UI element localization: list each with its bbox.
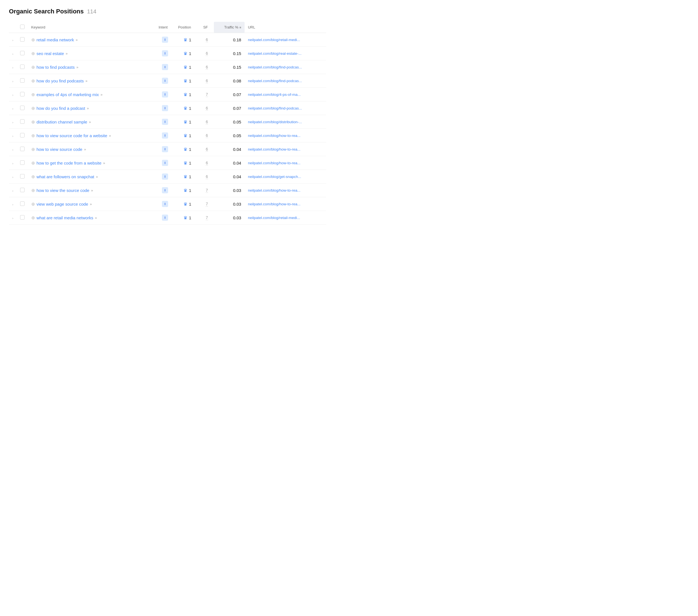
expand-icon[interactable]: › bbox=[12, 107, 13, 110]
keyword-text[interactable]: how to view the source code bbox=[37, 188, 89, 193]
row-checkbox[interactable] bbox=[20, 119, 25, 124]
keyword-plus-icon[interactable]: ⊕ bbox=[31, 160, 35, 166]
url-cell[interactable]: neilpatel.com/blog/retail-medi... bbox=[245, 211, 326, 224]
keyword-text[interactable]: seo real estate bbox=[37, 51, 64, 56]
expand-cell[interactable]: › bbox=[9, 142, 17, 156]
expand-cell[interactable]: › bbox=[9, 156, 17, 170]
url-text[interactable]: neilpatel.com/blog/how-to-rea... bbox=[248, 134, 301, 138]
keyword-plus-icon[interactable]: ⊕ bbox=[31, 78, 35, 83]
expand-icon[interactable]: › bbox=[12, 189, 13, 192]
keyword-plus-icon[interactable]: ⊕ bbox=[31, 215, 35, 220]
expand-icon[interactable]: › bbox=[12, 39, 13, 42]
keyword-plus-icon[interactable]: ⊕ bbox=[31, 65, 35, 70]
url-cell[interactable]: neilpatel.com/blog/find-podcas... bbox=[245, 60, 326, 74]
filter-icon[interactable]: ≡ bbox=[240, 26, 241, 29]
url-cell[interactable]: neilpatel.com/blog/how-to-rea... bbox=[245, 197, 326, 211]
expand-icon[interactable]: › bbox=[12, 176, 13, 179]
checkbox-cell[interactable] bbox=[17, 129, 28, 142]
expand-icon[interactable]: › bbox=[12, 134, 13, 138]
url-text[interactable]: neilpatel.com/blog/how-to-rea... bbox=[248, 188, 301, 192]
keyword-text[interactable]: what are followers on snapchat bbox=[37, 174, 94, 179]
row-checkbox[interactable] bbox=[20, 78, 25, 83]
keyword-text[interactable]: how to find podcasts bbox=[37, 65, 75, 70]
header-checkbox[interactable] bbox=[20, 25, 25, 29]
checkbox-cell[interactable] bbox=[17, 101, 28, 115]
th-checkbox[interactable] bbox=[17, 22, 28, 33]
url-cell[interactable]: neilpatel.com/blog/4-ps-of-ma... bbox=[245, 88, 326, 101]
keyword-text[interactable]: how to get the code from a website bbox=[37, 161, 102, 165]
expand-icon[interactable]: › bbox=[12, 52, 13, 56]
url-text[interactable]: neilpatel.com/blog/get-snapch... bbox=[248, 175, 301, 179]
checkbox-cell[interactable] bbox=[17, 33, 28, 47]
keyword-text[interactable]: examples of 4ps of marketing mix bbox=[37, 92, 99, 97]
keyword-plus-icon[interactable]: ⊕ bbox=[31, 188, 35, 193]
keyword-plus-icon[interactable]: ⊕ bbox=[31, 119, 35, 125]
row-checkbox[interactable] bbox=[20, 174, 25, 179]
expand-cell[interactable]: › bbox=[9, 129, 17, 142]
expand-cell[interactable]: › bbox=[9, 101, 17, 115]
expand-icon[interactable]: › bbox=[12, 121, 13, 124]
expand-cell[interactable]: › bbox=[9, 60, 17, 74]
row-checkbox[interactable] bbox=[20, 106, 25, 110]
url-text[interactable]: neilpatel.com/blog/retail-medi... bbox=[248, 38, 300, 42]
url-text[interactable]: neilpatel.com/blog/4-ps-of-ma... bbox=[248, 93, 301, 97]
url-text[interactable]: neilpatel.com/blog/distribution-... bbox=[248, 120, 302, 124]
checkbox-cell[interactable] bbox=[17, 47, 28, 60]
keyword-text[interactable]: how to view source code for a website bbox=[37, 133, 107, 138]
keyword-text[interactable]: distribution channel sample bbox=[37, 120, 87, 124]
checkbox-cell[interactable] bbox=[17, 60, 28, 74]
row-checkbox[interactable] bbox=[20, 147, 25, 151]
expand-cell[interactable]: › bbox=[9, 170, 17, 183]
url-cell[interactable]: neilpatel.com/blog/how-to-rea... bbox=[245, 142, 326, 156]
row-checkbox[interactable] bbox=[20, 65, 25, 69]
row-checkbox[interactable] bbox=[20, 215, 25, 220]
expand-cell[interactable]: › bbox=[9, 33, 17, 47]
keyword-plus-icon[interactable]: ⊕ bbox=[31, 51, 35, 56]
url-text[interactable]: neilpatel.com/blog/how-to-rea... bbox=[248, 161, 301, 165]
expand-cell[interactable]: › bbox=[9, 74, 17, 88]
url-cell[interactable]: neilpatel.com/blog/retail-medi... bbox=[245, 33, 326, 47]
checkbox-cell[interactable] bbox=[17, 115, 28, 129]
expand-icon[interactable]: › bbox=[12, 66, 13, 69]
row-checkbox[interactable] bbox=[20, 202, 25, 206]
url-text[interactable]: neilpatel.com/blog/how-to-rea... bbox=[248, 202, 301, 206]
checkbox-cell[interactable] bbox=[17, 88, 28, 101]
checkbox-cell[interactable] bbox=[17, 74, 28, 88]
checkbox-cell[interactable] bbox=[17, 170, 28, 183]
expand-icon[interactable]: › bbox=[12, 148, 13, 151]
expand-icon[interactable]: › bbox=[12, 80, 13, 83]
expand-cell[interactable]: › bbox=[9, 115, 17, 129]
keyword-text[interactable]: how to view source code bbox=[37, 147, 82, 152]
expand-icon[interactable]: › bbox=[12, 93, 13, 97]
row-checkbox[interactable] bbox=[20, 133, 25, 137]
expand-cell[interactable]: › bbox=[9, 47, 17, 60]
row-checkbox[interactable] bbox=[20, 51, 25, 55]
url-text[interactable]: neilpatel.com/blog/find-podcas... bbox=[248, 106, 302, 110]
keyword-plus-icon[interactable]: ⊕ bbox=[31, 37, 35, 42]
keyword-plus-icon[interactable]: ⊕ bbox=[31, 106, 35, 111]
checkbox-cell[interactable] bbox=[17, 197, 28, 211]
url-text[interactable]: neilpatel.com/blog/retail-medi... bbox=[248, 216, 300, 220]
row-checkbox[interactable] bbox=[20, 92, 25, 96]
expand-cell[interactable]: › bbox=[9, 183, 17, 197]
checkbox-cell[interactable] bbox=[17, 211, 28, 224]
keyword-plus-icon[interactable]: ⊕ bbox=[31, 202, 35, 207]
row-checkbox[interactable] bbox=[20, 37, 25, 42]
expand-cell[interactable]: › bbox=[9, 197, 17, 211]
keyword-text[interactable]: how do you find a podcast bbox=[37, 106, 85, 111]
keyword-text[interactable]: view web page source code bbox=[37, 202, 88, 206]
keyword-text[interactable]: how do you find podcasts bbox=[37, 79, 84, 83]
url-cell[interactable]: neilpatel.com/blog/find-podcas... bbox=[245, 74, 326, 88]
url-text[interactable]: neilpatel.com/blog/how-to-rea... bbox=[248, 147, 301, 151]
keyword-plus-icon[interactable]: ⊕ bbox=[31, 133, 35, 138]
keyword-plus-icon[interactable]: ⊕ bbox=[31, 92, 35, 97]
expand-cell[interactable]: › bbox=[9, 88, 17, 101]
checkbox-cell[interactable] bbox=[17, 142, 28, 156]
url-cell[interactable]: neilpatel.com/blog/real-estate-... bbox=[245, 47, 326, 60]
checkbox-cell[interactable] bbox=[17, 156, 28, 170]
keyword-plus-icon[interactable]: ⊕ bbox=[31, 174, 35, 179]
expand-icon[interactable]: › bbox=[12, 203, 13, 206]
url-cell[interactable]: neilpatel.com/blog/get-snapch... bbox=[245, 170, 326, 183]
url-text[interactable]: neilpatel.com/blog/find-podcas... bbox=[248, 65, 302, 69]
th-traffic[interactable]: Traffic % ≡ bbox=[214, 22, 245, 33]
